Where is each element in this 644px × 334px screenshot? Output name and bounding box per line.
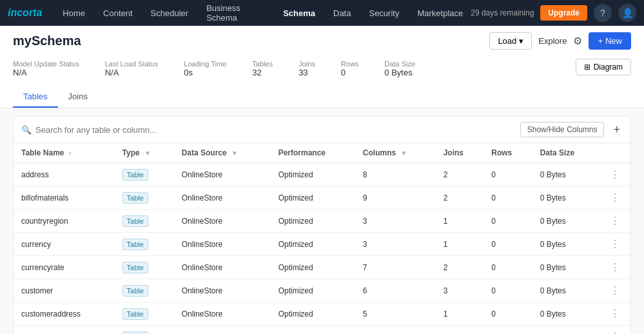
stat-model-update: Model Update Status N/A [13, 60, 79, 77]
chevron-down-icon: ▾ [519, 36, 523, 46]
explore-button[interactable]: Explore [538, 36, 567, 46]
stats-bar: Model Update Status N/A Last Load Status… [13, 56, 415, 84]
add-table-button[interactable]: + [610, 123, 623, 137]
row-more-button[interactable]: ⋮ [607, 308, 623, 320]
cell-rows: 0 [483, 279, 532, 302]
cell-type: Table [115, 186, 174, 210]
cell-rows: 0 [483, 186, 532, 210]
nav-schema[interactable]: Schema [275, 5, 323, 22]
nav-security[interactable]: Security [361, 5, 407, 22]
col-type[interactable]: Type ▼ [115, 143, 174, 163]
cell-name: currencyrate [14, 256, 115, 279]
cell-rows: 0 [483, 326, 532, 335]
user-icon[interactable]: 👤 [618, 4, 636, 22]
type-badge: Table [122, 215, 148, 227]
cell-datasize: 0 Bytes [532, 279, 600, 302]
toolbar: 🔍 Show/Hide Columns + [13, 116, 631, 143]
cell-datasize: 0 Bytes [532, 163, 600, 186]
cell-joins: 1 [436, 210, 484, 233]
col-table-name[interactable]: Table Name ↑ [14, 143, 115, 163]
row-more-button[interactable]: ⋮ [607, 192, 623, 204]
cell-columns: 9 [355, 186, 436, 210]
filter-icon-columns: ▼ [401, 150, 407, 157]
tab-tables[interactable]: Tables [13, 86, 58, 108]
cell-more: ⋮ [600, 186, 631, 210]
cell-datasource: OnlineStore [174, 279, 271, 302]
cell-performance: Optimized [271, 256, 355, 279]
plus-icon: + [598, 36, 603, 46]
col-data-size[interactable]: Data Size [532, 143, 600, 163]
col-performance[interactable]: Performance [271, 143, 355, 163]
cell-rows: 0 [483, 256, 532, 279]
col-joins[interactable]: Joins [436, 143, 484, 163]
col-rows[interactable]: Rows [483, 143, 532, 163]
type-badge: Table [122, 169, 148, 181]
cell-datasize: 0 Bytes [532, 326, 600, 335]
stat-joins: Joins 33 [298, 60, 315, 77]
row-more-button[interactable]: ⋮ [607, 284, 623, 297]
cell-joins: 1 [436, 302, 484, 326]
tabs: Tables Joins [13, 86, 631, 108]
cell-more: ⋮ [600, 302, 631, 326]
top-navigation: incorta Home Content Scheduler Business … [0, 0, 644, 26]
upgrade-button[interactable]: Upgrade [540, 5, 587, 21]
nav-data[interactable]: Data [326, 5, 358, 22]
header-actions: Load ▾ Explore ⚙ + New [489, 32, 631, 50]
cell-type: Table [115, 210, 174, 233]
table-row[interactable]: product Table OnlineStore Optimized 25 8… [14, 326, 631, 335]
nav-content[interactable]: Content [95, 5, 141, 22]
diagram-button[interactable]: ⊞ Diagram [576, 59, 631, 75]
cell-name: billofmaterials [14, 186, 115, 210]
content-area: 🔍 Show/Hide Columns + Table Name ↑ Type … [0, 108, 644, 334]
cell-name: countryregion [14, 210, 115, 233]
stat-last-load: Last Load Status N/A [105, 60, 159, 77]
table-row[interactable]: currencyrate Table OnlineStore Optimized… [14, 256, 631, 279]
cell-rows: 0 [483, 302, 532, 326]
tab-joins[interactable]: Joins [58, 86, 98, 108]
cell-columns: 8 [355, 163, 436, 186]
cell-datasize: 0 Bytes [532, 233, 600, 256]
type-badge: Table [122, 262, 148, 273]
cell-datasource: OnlineStore [174, 256, 271, 279]
table-row[interactable]: countryregion Table OnlineStore Optimize… [14, 210, 631, 233]
nav-home[interactable]: Home [55, 5, 93, 22]
nav-business-schema[interactable]: Business Schema [199, 0, 273, 26]
cell-rows: 0 [483, 233, 532, 256]
cell-more: ⋮ [600, 233, 631, 256]
nav-scheduler[interactable]: Scheduler [143, 5, 197, 22]
search-icon: 🔍 [21, 125, 32, 135]
table-row[interactable]: currency Table OnlineStore Optimized 3 1… [14, 233, 631, 256]
cell-type: Table [115, 256, 174, 279]
table-row[interactable]: customeraddress Table OnlineStore Optimi… [14, 302, 631, 326]
data-table: Table Name ↑ Type ▼ Data Source ▼ Perfor… [13, 143, 631, 334]
cell-name: address [14, 163, 115, 186]
new-button[interactable]: + New [589, 32, 631, 50]
type-badge: Table [122, 308, 148, 320]
row-more-button[interactable]: ⋮ [607, 261, 623, 273]
table-row[interactable]: customer Table OnlineStore Optimized 6 3… [14, 279, 631, 302]
cell-joins: 3 [436, 279, 484, 302]
cell-columns: 7 [355, 256, 436, 279]
cell-datasize: 0 Bytes [532, 186, 600, 210]
table-row[interactable]: address Table OnlineStore Optimized 8 2 … [14, 163, 631, 186]
load-button[interactable]: Load ▾ [489, 32, 532, 50]
row-more-button[interactable]: ⋮ [607, 168, 623, 181]
show-hide-columns-button[interactable]: Show/Hide Columns [520, 122, 605, 137]
stat-loading-time: Loading Time 0s [184, 60, 226, 77]
nav-marketplace[interactable]: Marketplace [409, 5, 471, 22]
cell-type: Table [115, 326, 174, 335]
row-more-button[interactable]: ⋮ [607, 238, 623, 250]
filter-icon: ▼ [144, 150, 151, 157]
search-input[interactable] [35, 125, 229, 135]
table-row[interactable]: billofmaterials Table OnlineStore Optimi… [14, 186, 631, 210]
row-more-button[interactable]: ⋮ [607, 331, 623, 334]
cell-more: ⋮ [600, 279, 631, 302]
cell-joins: 8 [436, 326, 484, 335]
cell-joins: 2 [436, 256, 484, 279]
settings-icon[interactable]: ⚙ [573, 35, 582, 47]
col-data-source[interactable]: Data Source ▼ [174, 143, 271, 163]
col-actions [600, 143, 631, 163]
col-columns[interactable]: Columns ▼ [355, 143, 436, 163]
row-more-button[interactable]: ⋮ [607, 215, 623, 227]
help-icon[interactable]: ? [594, 4, 612, 22]
